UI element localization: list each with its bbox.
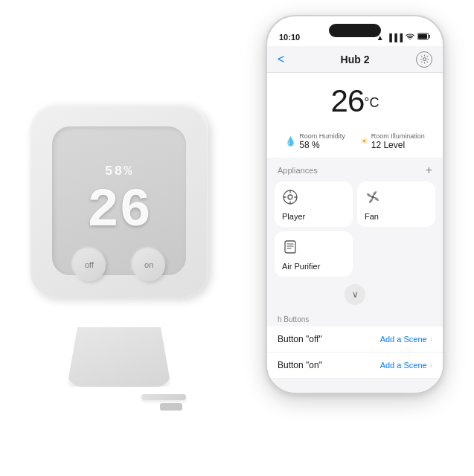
humidity-text: Room Humidity 58 % (299, 132, 345, 150)
svg-point-6 (371, 196, 374, 199)
appliance-card-player[interactable]: Player (275, 181, 353, 227)
player-label: Player (282, 212, 345, 221)
physical-device: 58% 26 off on (22, 89, 238, 387)
wifi-icon (406, 33, 414, 42)
humidity-icon: 💧 (285, 136, 296, 147)
signal-icon: ▐▐▐ (387, 33, 403, 42)
svg-point-3 (423, 58, 426, 61)
stats-row: 💧 Room Humidity 58 % ☀ Room Illumination… (267, 128, 443, 158)
phone-container: 10:10 ▲ ▐▐▐ (266, 15, 444, 446)
scene: 58% 26 off on 10:10 ▲ ▐▐▐ (0, 0, 474, 476)
app-nav: < Hub 2 (267, 46, 443, 73)
show-more-button[interactable]: ∨ (345, 284, 365, 305)
button-off-action-group: Add a Scene › (380, 335, 432, 344)
illumination-stat: ☀ Room Illumination 12 Level (360, 132, 425, 150)
appliance-card-air-purifier[interactable]: Air Purifier (275, 231, 353, 277)
fan-icon (365, 189, 428, 209)
svg-rect-7 (285, 241, 295, 253)
temperature-display: 26°C (279, 83, 431, 119)
illumination-label: Room Illumination (371, 132, 425, 140)
humidity-value: 58 % (299, 140, 345, 150)
touch-buttons-title: h Buttons (267, 312, 443, 327)
appliances-title: Appliances (278, 166, 318, 175)
button-on-action[interactable]: Add a Scene (380, 361, 427, 370)
cable-line (141, 394, 186, 400)
air-purifier-label: Air Purifier (282, 262, 345, 271)
cable-connector (160, 403, 182, 411)
nav-back-button[interactable]: < (278, 53, 284, 66)
appliances-header: Appliances + (267, 158, 443, 181)
button-row-on[interactable]: Button "on" Add a Scene › (267, 353, 443, 379)
device-cable (134, 379, 193, 416)
svg-point-5 (288, 195, 292, 199)
device-on-button[interactable]: on (132, 248, 165, 281)
button-on-action-group: Add a Scene › (380, 361, 432, 370)
appliances-add-button[interactable]: + (426, 164, 432, 177)
battery-icon (417, 33, 431, 42)
chevron-down-icon: ∨ (352, 289, 359, 300)
svg-rect-2 (418, 34, 427, 39)
device-stand (67, 327, 171, 387)
humidity-label: Room Humidity (299, 132, 345, 140)
show-more-row: ∨ (267, 281, 443, 309)
appliance-card-fan[interactable]: Fan (357, 181, 435, 227)
app-content: < Hub 2 26°C (267, 46, 443, 393)
illumination-value: 12 Level (371, 140, 425, 150)
button-off-label: Button "off" (278, 334, 322, 344)
device-temp-reading: 26 (87, 184, 151, 238)
button-on-label: Button "on" (278, 360, 322, 370)
chevron-right-icon-1: › (430, 335, 432, 344)
temperature-section: 26°C (267, 73, 443, 128)
dynamic-island (329, 24, 381, 37)
nav-settings-button[interactable] (416, 51, 432, 68)
fan-label: Fan (365, 212, 428, 221)
temperature-value: 26 (331, 83, 365, 118)
temperature-unit: °C (364, 95, 379, 110)
touch-buttons-section: h Buttons Button "off" Add a Scene › But… (267, 309, 443, 382)
illumination-text: Room Illumination 12 Level (371, 132, 425, 150)
player-icon (282, 189, 345, 209)
device-humidity-reading: 58% (105, 164, 133, 178)
device-button-row: off on (30, 248, 208, 281)
illumination-icon: ☀ (360, 136, 368, 147)
nav-title: Hub 2 (341, 54, 370, 65)
appliance-grid: Player Fan (267, 181, 443, 281)
humidity-stat: 💧 Room Humidity 58 % (285, 132, 345, 150)
button-off-action[interactable]: Add a Scene (380, 335, 427, 344)
button-row-off[interactable]: Button "off" Add a Scene › (267, 327, 443, 353)
device-body: 58% 26 off on (30, 104, 208, 298)
status-icons: ▲ ▐▐▐ (377, 33, 431, 42)
phone-body: 10:10 ▲ ▐▐▐ (266, 15, 444, 394)
device-off-button[interactable]: off (73, 248, 106, 281)
chevron-right-icon-2: › (430, 361, 432, 370)
status-time: 10:10 (279, 33, 300, 42)
svg-point-0 (409, 39, 410, 39)
air-purifier-icon (282, 239, 345, 259)
